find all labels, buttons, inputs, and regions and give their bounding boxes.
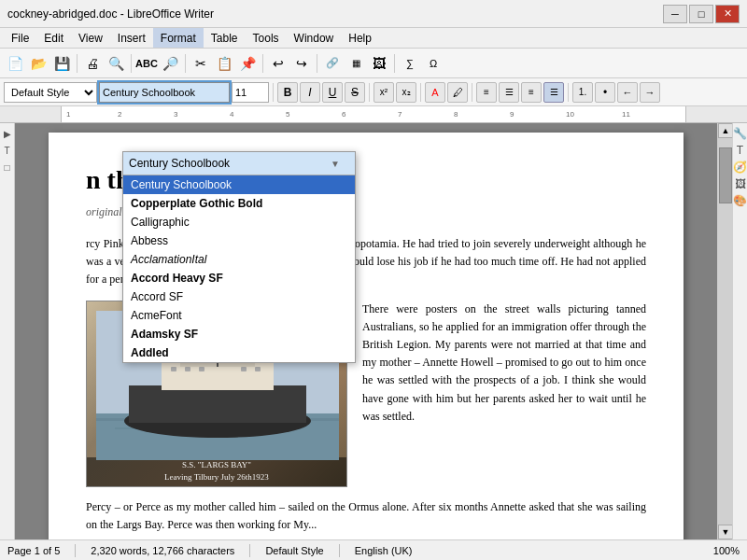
color-tool[interactable]: 🎨	[734, 194, 747, 207]
bold-button[interactable]: B	[277, 82, 298, 103]
font-search-input[interactable]	[125, 154, 353, 173]
maximize-button[interactable]: □	[689, 5, 713, 23]
image-caption-line1: S.S. "LARGS BAY"	[91, 459, 343, 472]
menubar: File Edit View Insert Format Table Tools…	[0, 28, 747, 49]
underline-button[interactable]: U	[322, 82, 343, 103]
main-toolbar: 📄 📂 💾 🖨 🔍 ABC 🔎 ✂ 📋 📌 ↩ ↪ 🔗 ▦ 🖼 ∑ Ω	[0, 49, 747, 78]
right-tool-sidebar: 🔧 T 🧭 🖼 🎨	[732, 123, 747, 539]
indent-decrease-button[interactable]: ←	[617, 82, 638, 103]
table-button[interactable]: ▦	[345, 52, 367, 75]
print-button[interactable]: 🖨	[81, 52, 104, 75]
subscript-button[interactable]: x₂	[396, 82, 416, 103]
justify-button[interactable]: ☰	[543, 82, 564, 103]
menu-file[interactable]: File	[4, 28, 36, 48]
sidebar-tool-2[interactable]: T	[1, 144, 14, 157]
svg-rect-12	[171, 367, 176, 371]
paste-button[interactable]: 📌	[236, 52, 259, 75]
styles-tool[interactable]: T	[734, 144, 747, 157]
scroll-down-button[interactable]: ▼	[718, 525, 733, 539]
strikethrough-button[interactable]: S	[345, 82, 365, 103]
special-char-button[interactable]: Ω	[422, 52, 444, 75]
font-item-accord-sf[interactable]: Accord SF	[123, 287, 355, 306]
image-caption-line2: Leaving Tilbury July 26th1923	[91, 471, 343, 484]
word-count: 2,320 words, 12,766 characters	[91, 545, 234, 556]
formula-button[interactable]: ∑	[399, 52, 421, 75]
font-name-input[interactable]	[99, 82, 230, 103]
bullets-button[interactable]: •	[595, 82, 615, 103]
svg-rect-14	[199, 367, 204, 371]
font-dropdown-container	[99, 82, 230, 103]
svg-rect-5	[129, 385, 306, 423]
font-list: Century Schoolbook Copperplate Gothic Bo…	[123, 175, 355, 362]
find-button[interactable]: 🔎	[159, 52, 181, 75]
menu-format[interactable]: Format	[153, 28, 204, 48]
copy-button[interactable]: 📋	[213, 52, 235, 75]
align-right-button[interactable]: ≡	[521, 82, 542, 103]
minimize-button[interactable]: ─	[663, 5, 687, 23]
paragraph-style-dropdown[interactable]: Default Style	[4, 82, 97, 103]
numbering-button[interactable]: 1.	[572, 82, 593, 103]
font-item-acclamation[interactable]: AcclamationItal	[123, 250, 355, 269]
properties-tool[interactable]: 🔧	[734, 127, 747, 140]
font-item-copperplate[interactable]: Copperplate Gothic Bold	[123, 194, 355, 213]
align-left-button[interactable]: ≡	[476, 82, 497, 103]
close-button[interactable]: ✕	[715, 5, 740, 23]
navigator-tool[interactable]: 🧭	[734, 161, 747, 174]
titlebar: cockney-abridged.doc - LibreOffice Write…	[0, 0, 747, 28]
status-style: Default Style	[265, 545, 323, 556]
highlight-button[interactable]: 🖊	[447, 82, 468, 103]
font-item-century-schoolbook[interactable]: Century Schoolbook	[123, 175, 355, 194]
document-area: ▼ Century Schoolbook Copperplate Gothic …	[15, 123, 717, 539]
font-item-accord-heavy[interactable]: Accord Heavy SF	[123, 269, 355, 287]
undo-button[interactable]: ↩	[267, 52, 289, 75]
formatting-toolbar: Default Style B I U S x² x₂ A 🖊 ≡ ☰ ≡ ☰ …	[0, 78, 747, 106]
cut-button[interactable]: ✂	[190, 52, 212, 75]
align-center-button[interactable]: ☰	[499, 82, 519, 103]
save-button[interactable]: 💾	[50, 52, 73, 75]
menu-insert[interactable]: Insert	[110, 28, 153, 48]
ruler: 1 2 3 4 5 6 7 8 9 10 11	[0, 106, 747, 123]
window-title: cockney-abridged.doc - LibreOffice Write…	[7, 7, 663, 21]
image-button[interactable]: 🖼	[368, 52, 390, 75]
font-item-acmefont[interactable]: AcmeFont	[123, 306, 355, 325]
font-search-bar: ▼	[123, 152, 355, 175]
font-color-button[interactable]: A	[425, 82, 445, 103]
font-item-adamsky[interactable]: Adamsky SF	[123, 325, 355, 343]
menu-view[interactable]: View	[71, 28, 110, 48]
menu-edit[interactable]: Edit	[36, 28, 71, 48]
statusbar: Page 1 of 5 2,320 words, 12,766 characte…	[0, 539, 747, 560]
font-dropdown-popup: ▼ Century Schoolbook Copperplate Gothic …	[122, 151, 356, 363]
svg-rect-16	[255, 367, 261, 371]
menu-table[interactable]: Table	[204, 28, 246, 48]
menu-window[interactable]: Window	[287, 28, 342, 48]
svg-rect-13	[185, 367, 190, 371]
italic-button[interactable]: I	[300, 82, 320, 103]
scroll-track[interactable]	[718, 138, 733, 525]
indent-increase-button[interactable]: →	[640, 82, 660, 103]
redo-button[interactable]: ↪	[290, 52, 313, 75]
sidebar-tool-3[interactable]: □	[1, 161, 14, 174]
font-item-addled[interactable]: Addled	[123, 343, 355, 362]
status-right-group: 100%	[713, 545, 740, 556]
font-size-input[interactable]	[232, 82, 269, 103]
ruler-inner: 1 2 3 4 5 6 7 8 9 10 11	[61, 106, 686, 122]
document-right-text: There were posters on the street walls p…	[362, 301, 646, 487]
sidebar-tool-1[interactable]: ▶	[1, 127, 14, 140]
font-item-abbess[interactable]: Abbess	[123, 231, 355, 250]
spellcheck-button[interactable]: ABC	[135, 52, 158, 75]
menu-help[interactable]: Help	[341, 28, 379, 48]
superscript-button[interactable]: x²	[374, 82, 394, 103]
gallery-tool[interactable]: 🖼	[734, 177, 747, 190]
menu-tools[interactable]: Tools	[246, 28, 287, 48]
status-language: English (UK)	[355, 545, 413, 556]
scroll-up-button[interactable]: ▲	[718, 123, 733, 138]
vertical-scrollbar: ▲ ▼	[717, 123, 732, 539]
font-item-calligraphic[interactable]: Calligraphic	[123, 213, 355, 231]
hyperlink-button[interactable]: 🔗	[321, 52, 344, 75]
scroll-thumb[interactable]	[719, 147, 732, 203]
preview-button[interactable]: 🔍	[105, 52, 127, 75]
new-button[interactable]: 📄	[4, 52, 26, 75]
open-button[interactable]: 📂	[27, 52, 49, 75]
document-paragraph-2: Percy – or Perce as my mother called him…	[86, 498, 646, 534]
zoom-level: 100%	[713, 545, 740, 556]
